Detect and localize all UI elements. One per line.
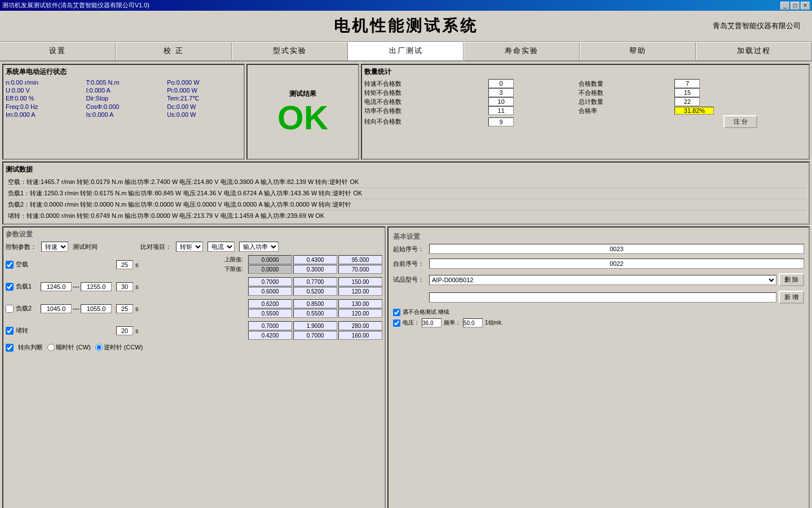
params-header: 控制参数： 转速 电压 电流 测试时间 比对项目： 转矩 电流 电流 转矩 bbox=[6, 242, 382, 252]
stats-pass-val[interactable] bbox=[674, 79, 700, 88]
minimize-btn[interactable]: _ bbox=[780, 2, 789, 10]
volt-freq-checkbox[interactable] bbox=[393, 319, 400, 327]
cw-radio-label[interactable]: 顺时针 (CW) bbox=[47, 343, 91, 352]
stall-u1-lower[interactable] bbox=[248, 331, 292, 340]
load1-checkbox[interactable] bbox=[6, 283, 14, 291]
menu-item-help[interactable]: 帮助 bbox=[580, 42, 696, 60]
app-header: 电机性能测试系统 青岛艾普智能仪器有限公司 bbox=[0, 11, 812, 42]
status-n: n:0.00 r/min bbox=[6, 79, 80, 86]
compare-select-2[interactable]: 电流 转矩 bbox=[208, 242, 235, 252]
noload-u2-upper[interactable] bbox=[293, 255, 337, 264]
fail-test-label: 遇不合格测试 继续 bbox=[403, 308, 449, 316]
stall-u3-upper[interactable] bbox=[338, 321, 382, 330]
load1-range-to[interactable] bbox=[81, 282, 112, 291]
menu-item-settings[interactable]: 设置 bbox=[0, 42, 116, 60]
model-select[interactable]: AIP-D000B012 bbox=[429, 275, 776, 285]
stats-torque-val[interactable] bbox=[488, 88, 514, 97]
maximize-btn[interactable]: □ bbox=[791, 2, 800, 10]
noload-checkbox[interactable] bbox=[6, 261, 14, 269]
noload-unit: s bbox=[135, 261, 139, 268]
noload-u3-lower[interactable] bbox=[338, 265, 382, 274]
stall-checkbox[interactable] bbox=[6, 327, 14, 335]
load1-time[interactable] bbox=[116, 282, 133, 291]
right-panel: 基本设置 起始序号： 自前序号： 试品型号： AIP-D000B012 删 除 … bbox=[387, 226, 810, 508]
cur-seq-input[interactable] bbox=[429, 259, 804, 269]
stats-label-direction: 转向不合格数 bbox=[364, 115, 488, 128]
ccw-radio[interactable] bbox=[95, 344, 103, 351]
fail-test-checkbox[interactable] bbox=[393, 309, 400, 316]
noload-time[interactable] bbox=[116, 260, 133, 269]
menu-item-type-test[interactable]: 型式实验 bbox=[232, 42, 348, 60]
freq-label: 频率： bbox=[444, 319, 461, 327]
submit-btn[interactable]: 注 分 bbox=[723, 115, 757, 128]
stats-total-val[interactable] bbox=[674, 97, 700, 106]
load2-u3-upper[interactable] bbox=[338, 299, 382, 308]
load1-u1-lower[interactable] bbox=[248, 287, 292, 296]
load2-range-to[interactable] bbox=[81, 304, 112, 313]
params-title: 参数设置 bbox=[6, 230, 382, 239]
load1-u3-upper[interactable] bbox=[338, 277, 382, 286]
load1-u2-lower[interactable] bbox=[293, 287, 337, 296]
stats-power-val[interactable] bbox=[488, 106, 514, 115]
compare-select-3[interactable]: 输入功率 电流 bbox=[239, 242, 279, 252]
data-row-load1: 负载1：转速:1250.3 r/min 转矩:0.6175 N.m 输出功率:8… bbox=[6, 188, 806, 199]
test-time-label: 测试时间 bbox=[73, 243, 98, 251]
stats-direction-val[interactable] bbox=[488, 117, 514, 126]
status-T: T:0.005 N.m bbox=[86, 79, 161, 86]
param-row-load2: 负载2 --- s bbox=[6, 299, 382, 318]
stats-fail-val[interactable] bbox=[674, 88, 700, 97]
close-btn[interactable]: × bbox=[801, 2, 810, 10]
model-label: 试品型号： bbox=[393, 275, 427, 284]
load1-u3-lower[interactable] bbox=[338, 287, 382, 296]
volt-input[interactable] bbox=[422, 318, 442, 327]
add-btn[interactable]: 新 增 bbox=[779, 291, 804, 304]
stats-current-val[interactable] bbox=[488, 97, 514, 106]
top-row: 系统单电动运行状态 n:0.00 r/min T:0.005 N.m Po:0.… bbox=[2, 64, 810, 160]
stats-label-total: 总计数量 bbox=[573, 97, 674, 106]
bottom-row: 参数设置 控制参数： 转速 电压 电流 测试时间 比对项目： 转矩 电流 电流 bbox=[2, 226, 810, 508]
app-subtitle: 青岛艾普智能仪器有限公司 bbox=[713, 21, 801, 31]
new-model-input[interactable] bbox=[429, 292, 776, 303]
load1-u1-upper[interactable] bbox=[248, 277, 292, 286]
load2-time[interactable] bbox=[116, 304, 133, 313]
noload-u3-upper[interactable] bbox=[338, 255, 382, 264]
stats-row-speed: 转速不合格数 合格数量 bbox=[364, 79, 806, 88]
status-Dir: Dir:Stop bbox=[86, 95, 161, 102]
load2-checkbox[interactable] bbox=[6, 305, 14, 313]
stall-u3-lower[interactable] bbox=[338, 331, 382, 340]
menu-item-load[interactable]: 加载过程 bbox=[696, 42, 812, 60]
menu-item-life-test[interactable]: 寿命实验 bbox=[464, 42, 580, 60]
noload-u1-upper[interactable] bbox=[248, 255, 292, 264]
app-title: 电机性能测试系统 bbox=[334, 17, 478, 34]
direction-checkbox[interactable] bbox=[6, 344, 14, 352]
ccw-radio-label[interactable]: 逆时针 (CCW) bbox=[95, 343, 143, 352]
compare-select-1[interactable]: 转矩 电流 bbox=[176, 242, 203, 252]
load1-u2-upper[interactable] bbox=[293, 277, 337, 286]
stall-u1-upper[interactable] bbox=[248, 321, 292, 330]
freq-input[interactable] bbox=[463, 318, 483, 327]
stats-speed-val[interactable] bbox=[488, 79, 514, 88]
load1-range-from[interactable] bbox=[41, 282, 72, 291]
load2-u2-lower[interactable] bbox=[293, 309, 337, 318]
cw-radio[interactable] bbox=[47, 344, 55, 351]
load2-u1-upper[interactable] bbox=[248, 299, 292, 308]
stats-label-rate: 合格率 bbox=[573, 106, 674, 115]
stall-u2-lower[interactable] bbox=[293, 331, 337, 340]
load2-u3-lower[interactable] bbox=[338, 309, 382, 318]
noload-u2-lower[interactable] bbox=[293, 265, 337, 274]
volt-freq-row: 电压： 频率： 1组mk. bbox=[393, 318, 804, 327]
status-Im: Im:0.000 A bbox=[6, 111, 80, 118]
stall-time[interactable] bbox=[116, 326, 133, 335]
start-seq-input[interactable] bbox=[429, 244, 804, 254]
load2-u2-upper[interactable] bbox=[293, 299, 337, 308]
control-param-select[interactable]: 转速 电压 电流 bbox=[41, 242, 68, 252]
stall-u2-upper[interactable] bbox=[293, 321, 337, 330]
delete-btn[interactable]: 删 除 bbox=[779, 273, 804, 286]
stats-rate-val[interactable] bbox=[674, 107, 714, 115]
menu-item-factory-test[interactable]: 出厂测试 bbox=[348, 42, 464, 60]
load2-range-from[interactable] bbox=[41, 304, 72, 313]
cur-seq-field: 自前序号： bbox=[393, 259, 804, 269]
load2-u1-lower[interactable] bbox=[248, 309, 292, 318]
noload-u1-lower[interactable] bbox=[248, 265, 292, 274]
menu-item-calibrate[interactable]: 校 正 bbox=[116, 42, 232, 60]
